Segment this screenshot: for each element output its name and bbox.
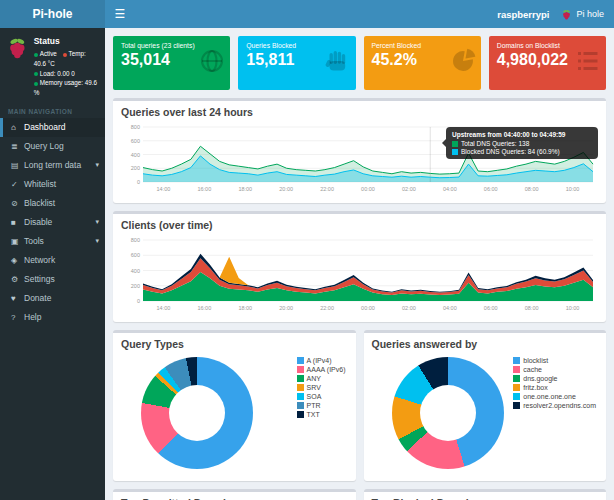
legend-item[interactable]: A (IPv4)	[297, 357, 346, 364]
legend-swatch	[513, 366, 520, 373]
legend-swatch	[297, 411, 304, 418]
legend-item[interactable]: SOA	[297, 393, 346, 400]
sidebar-item-label: Whitelist	[24, 179, 56, 189]
status-load-label: Load: 0.00 0	[40, 70, 75, 77]
legend-item[interactable]: cache	[513, 366, 596, 373]
memory-ok-icon	[34, 82, 38, 86]
sidebar-toggle-button[interactable]: ☰	[105, 0, 135, 28]
blacklist-icon: ⊘	[11, 199, 24, 208]
sidebar-item-settings[interactable]: ⚙Settings	[0, 270, 105, 289]
answered-by-body: blocklistcachedns.googlefritz.boxone.one…	[364, 353, 607, 481]
legend-item[interactable]: SRV	[297, 384, 346, 391]
tooltip-swatch	[452, 149, 458, 155]
legend-item[interactable]: blocklist	[513, 357, 596, 364]
legend-label: dns.google	[523, 375, 557, 382]
legend-item[interactable]: TXT	[297, 411, 346, 418]
sidebar-item-network[interactable]: ◈Network	[0, 251, 105, 270]
legend-swatch	[297, 366, 304, 373]
query-types-panel: Query Types A (IPv4)AAAA (IPv6)ANYSRVSOA…	[113, 330, 356, 481]
legend-item[interactable]: one.one.one.one	[513, 393, 596, 400]
queries-chart-body[interactable]: Upstreams from 04:40:00 to 04:49:59 Tota…	[113, 121, 606, 203]
query-types-donut[interactable]	[141, 357, 253, 469]
sidebar-item-long-term-data[interactable]: ▤Long term data▾	[0, 156, 105, 175]
stat-card: Total queries (23 clients) 35,014	[113, 36, 230, 90]
help-icon: ?	[11, 313, 24, 322]
sidebar-item-label: Network	[24, 255, 55, 265]
panel-title: Queries answered by	[364, 333, 607, 353]
svg-text:200: 200	[131, 165, 140, 171]
answered-by-panel: Queries answered by blocklistcachedns.go…	[364, 330, 607, 481]
svg-text:400: 400	[131, 152, 140, 158]
tooltip-swatch	[452, 141, 458, 147]
legend-swatch	[297, 384, 304, 391]
sidebar-item-donate[interactable]: ♥Donate	[0, 289, 105, 308]
tools-icon: ▣	[11, 237, 24, 246]
legend-swatch	[513, 357, 520, 364]
svg-text:600: 600	[131, 138, 140, 144]
query-types-chart: A (IPv4)AAAA (IPv6)ANYSRVSOAPTRTXT	[121, 355, 348, 475]
legend-swatch	[297, 357, 304, 364]
svg-text:400: 400	[131, 268, 140, 274]
legend-item[interactable]: AAAA (IPv6)	[297, 366, 346, 373]
svg-text:16:00: 16:00	[197, 305, 211, 311]
sidebar-item-tools[interactable]: ▣Tools▾	[0, 232, 105, 251]
legend-swatch	[297, 393, 304, 400]
panel-title: Top Permitted Domains	[113, 492, 356, 500]
sidebar-item-label: Help	[24, 312, 41, 322]
legend-item[interactable]: dns.google	[513, 375, 596, 382]
top-blocked-panel: Top Blocked Domains	[364, 489, 607, 500]
legend-item[interactable]: fritz.box	[513, 384, 596, 391]
legend-item[interactable]: ANY	[297, 375, 346, 382]
hostname-label[interactable]: raspberrypi	[497, 9, 549, 20]
svg-text:06:00: 06:00	[484, 186, 498, 192]
clients-chart-body[interactable]: 020040060080014:0016:0018:0020:0022:0000…	[113, 234, 606, 322]
donut-row: Query Types A (IPv4)AAAA (IPv6)ANYSRVSOA…	[113, 322, 606, 481]
brand-logo[interactable]: Pi-hole	[0, 0, 105, 28]
answered-by-donut[interactable]	[392, 357, 504, 469]
user-label: Pi hole	[576, 9, 604, 19]
svg-text:0: 0	[137, 298, 140, 304]
stat-cards-row: Total queries (23 clients) 35,014 Querie…	[113, 36, 606, 90]
svg-text:06:00: 06:00	[484, 305, 498, 311]
legend-label: resolver2.opendns.com	[523, 402, 596, 409]
legend-label: PTR	[307, 402, 321, 409]
legend-label: blocklist	[523, 357, 548, 364]
legend-item[interactable]: PTR	[297, 402, 346, 409]
legend-swatch	[297, 375, 304, 382]
sidebar-item-query-log[interactable]: ≣Query Log	[0, 137, 105, 156]
legend-label: fritz.box	[523, 384, 548, 391]
status-line-active-temp: Active Temp: 40.6 °C	[34, 49, 99, 69]
sidebar-item-dashboard[interactable]: ⌂Dashboard	[0, 118, 105, 137]
sidebar-menu: ⌂Dashboard≣Query Log▤Long term data▾✓Whi…	[0, 118, 105, 327]
svg-text:00:00: 00:00	[361, 305, 375, 311]
sidebar-item-disable[interactable]: ■Disable▾	[0, 213, 105, 232]
svg-text:14:00: 14:00	[157, 305, 171, 311]
stat-card: Domains on Blocklist 4,980,022	[489, 36, 606, 90]
svg-text:22:00: 22:00	[320, 305, 334, 311]
hand-icon	[325, 48, 351, 78]
stat-card: Percent Blocked 45.2%	[364, 36, 481, 90]
tooltip-row-label: Blocked DNS Queries: 84 (60.9%)	[461, 148, 560, 155]
sidebar-item-whitelist[interactable]: ✓Whitelist	[0, 175, 105, 194]
legend-swatch	[513, 402, 520, 409]
query-types-legend: A (IPv4)AAAA (IPv6)ANYSRVSOAPTRTXT	[297, 357, 346, 420]
legend-item[interactable]: resolver2.opendns.com	[513, 402, 596, 409]
long-term-data-icon: ▤	[11, 161, 24, 170]
svg-text:200: 200	[131, 283, 140, 289]
chart-tooltip: Upstreams from 04:40:00 to 04:49:59 Tota…	[446, 127, 598, 159]
user-menu[interactable]: Pi hole	[561, 9, 604, 20]
svg-text:20:00: 20:00	[279, 186, 293, 192]
svg-text:20:00: 20:00	[279, 305, 293, 311]
legend-swatch	[297, 402, 304, 409]
sidebar-item-blacklist[interactable]: ⊘Blacklist	[0, 194, 105, 213]
nav-section-title: MAIN NAVIGATION	[0, 103, 105, 118]
clients-over-time-canvas[interactable]: 020040060080014:0016:0018:0020:0022:0000…	[121, 236, 598, 312]
svg-text:00:00: 00:00	[361, 186, 375, 192]
query-types-body: A (IPv4)AAAA (IPv6)ANYSRVSOAPTRTXT	[113, 353, 356, 481]
status-title: Status	[34, 35, 99, 48]
sidebar-item-help[interactable]: ?Help	[0, 308, 105, 327]
header-right: raspberrypi Pi hole	[497, 0, 614, 28]
whitelist-icon: ✓	[11, 180, 24, 189]
tooltip-row: Total DNS Queries: 138	[452, 140, 592, 147]
load-ok-icon	[34, 72, 38, 76]
